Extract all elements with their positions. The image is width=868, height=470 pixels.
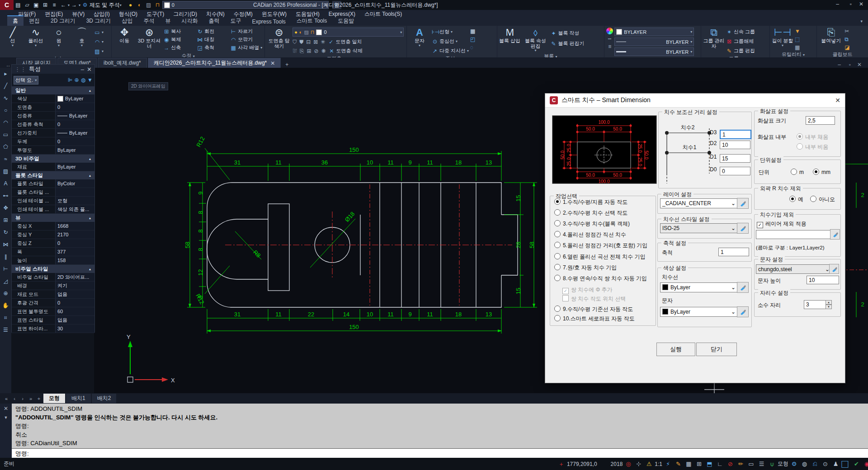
tab-add-icon[interactable]: + <box>35 396 42 401</box>
annotation-scale-value[interactable]: 2018 <box>611 461 623 467</box>
ribbon-tab-smart-tools[interactable]: 스마트 Tools <box>291 16 332 26</box>
rectangle-button[interactable]: ▭▾ <box>94 28 104 36</box>
smart-dimension-dialog[interactable]: C 스마트 치수 – Smart Dimension ✕ 100.0 <box>545 93 845 383</box>
text-button[interactable]: A문자▾ <box>409 27 430 55</box>
polar-tracking-icon[interactable]: ⊘ <box>726 460 735 468</box>
work-option-4[interactable]: 4.폴리선 정점간 직선 치수 <box>554 231 626 239</box>
work-option-10[interactable]: 10.스마트 세로좌표 자동 작도 <box>554 315 635 323</box>
hamburger-menu-icon[interactable]: ☰ <box>757 460 766 468</box>
prop-row-plottable1[interactable]: 인쇄 테이블 ...모형 <box>12 197 94 205</box>
move-tool-icon[interactable]: ✥ <box>2 204 10 212</box>
linear-dimension-button[interactable]: ⊦⊣선형▾ <box>432 28 469 36</box>
monitor-icon[interactable]: ⃞ <box>841 460 851 468</box>
ribbon-tab-home[interactable]: 홈 <box>7 15 24 26</box>
annotation-warning-icon[interactable]: ⚠ <box>644 460 654 468</box>
duplicate-button[interactable]: ◉복제 <box>163 36 196 43</box>
text-font-combo[interactable]: chungdo,steel⌄ <box>756 264 832 274</box>
filter-icon[interactable]: ▼ <box>87 77 93 83</box>
model-space-indicator[interactable]: 모형 <box>778 460 788 468</box>
table-icon[interactable]: ▦ <box>470 28 475 34</box>
quick-select-filter-icon[interactable]: ▼ <box>795 28 800 34</box>
arc-tool-icon[interactable]: ◠ <box>2 118 10 127</box>
ribbon-tab-tools[interactable]: 도구 <box>225 16 246 26</box>
snap-grid-icon[interactable]: ⊞ <box>694 460 704 468</box>
move-button[interactable]: ✥이동 <box>113 27 135 52</box>
prop-row-plotstyle[interactable]: 플롯 스타일ByColor <box>12 179 94 188</box>
doc-tab-close-icon[interactable]: ✕ <box>270 60 275 66</box>
copy-button[interactable]: ⊞복사 <box>163 28 196 35</box>
prop-row-center-y[interactable]: 중심 Y2170 <box>12 230 94 239</box>
isolate-objects-icon[interactable]: ◍ <box>800 460 809 468</box>
new-file-icon[interactable]: ▤ <box>14 1 23 9</box>
ribbon-tab-2d-draw[interactable]: 2D 그리기 <box>45 16 81 26</box>
quick-select-icon[interactable]: ⊫ <box>68 77 72 83</box>
properties-tool-icon[interactable]: ☰ <box>2 326 10 334</box>
doc-tab-current[interactable]: 캐디안2026_스마트치수_11월뉴스레터용.dwg*✕ <box>148 58 281 68</box>
tab-last-icon[interactable]: » <box>27 396 34 401</box>
d2-input[interactable]: 10 <box>720 141 750 149</box>
mirror-tool-icon[interactable]: ⋈ <box>2 240 10 249</box>
work-option-6[interactable]: 6.열린 폴리선 곡선 전체 치수 기입 <box>554 253 646 261</box>
layer-pick-brush-button[interactable] <box>737 198 749 209</box>
measure-tool-icon[interactable]: ⌗ <box>2 314 10 322</box>
section-view[interactable]: 뷰▴ <box>12 214 94 222</box>
prop-row-thickness[interactable]: 두께0 <box>12 137 94 146</box>
layer-tool-icon-4[interactable]: ⊠ <box>313 39 318 45</box>
prop-row-lineweight[interactable]: 선가중치ByLayer <box>12 129 94 137</box>
layer-match-button[interactable]: ✓도면층 일치 <box>328 38 362 46</box>
prop-row-color[interactable]: 색상ByLayer <box>12 94 94 103</box>
work-option-2[interactable]: 2.수직/수평 치수 선택 작도 <box>554 209 627 217</box>
ribbon-tab-output[interactable]: 출력 <box>203 16 225 26</box>
ribbon-tab-help[interactable]: 도움말 <box>332 16 359 26</box>
d3-input[interactable]: 1 <box>720 130 751 139</box>
layer-tool-icon-6[interactable]: ⛆ <box>292 48 297 54</box>
lineweight-combo[interactable]: BYLAYER▾ <box>614 47 694 56</box>
selection-type-combo[interactable]: 선택 요.▾ <box>14 76 38 85</box>
line-tool-icon[interactable]: ╱ <box>2 82 10 90</box>
ungroup-button[interactable]: ⊠그룹해제 <box>726 38 755 45</box>
section-plot-style[interactable]: 플롯 스타일▴ <box>12 171 94 179</box>
layer-delete-button[interactable]: ✕도면층 삭제 <box>329 47 363 55</box>
prop-row-surface-style[interactable]: 표면 스타일없음 <box>12 316 94 324</box>
centerline-button[interactable]: ⊙중심선▾ <box>432 38 469 45</box>
text-height-input[interactable]: 10 <box>807 276 839 284</box>
work-option-8[interactable]: 8.수평 연속/수직 쌍 치수 자동 기입 <box>554 275 647 282</box>
layer-exclude-checkbox[interactable]: ✓레이어 제외 적용 <box>757 220 807 228</box>
work-option-7[interactable]: 7.원/호 자동 치수 기입 <box>554 264 617 272</box>
layer-setting-combo[interactable]: _CADIAN_CENTER⌄ <box>660 198 738 208</box>
block-create-button[interactable]: ✦블록 작성 <box>551 29 585 37</box>
rectangle-tool-icon[interactable]: ▭ <box>2 131 10 139</box>
layer-tool-icon-7[interactable]: ⎘ <box>300 48 304 54</box>
grid-icon[interactable]: ▦ <box>684 460 693 468</box>
text-color-pick-button[interactable] <box>737 306 749 317</box>
work-option-1[interactable]: 1.수직/수평/지름 자동 작도 <box>554 198 627 206</box>
ortho-icon[interactable]: ∟ <box>715 460 725 468</box>
prop-row-center-x[interactable]: 중심 X1668 <box>12 222 94 230</box>
rotate-tool-icon[interactable]: ↻ <box>2 228 10 236</box>
layer-tool-icon-1[interactable]: ⛉ <box>292 39 297 45</box>
run-button[interactable]: 실행 <box>656 343 695 356</box>
cursor-coordinates[interactable]: 1779,2091,0 <box>567 461 597 467</box>
prop-row-material-mode[interactable]: 재료 모드없음 <box>12 290 94 299</box>
group-manager-button[interactable]: ⧉그룹 관리자 <box>703 27 725 55</box>
menu-window[interactable]: 윈도우(W) <box>257 10 291 18</box>
user-icon[interactable]: ♟ <box>831 460 840 468</box>
tab-first-icon[interactable]: « <box>3 396 10 401</box>
group-edit-button[interactable]: ✎그룹 편집 <box>726 47 755 55</box>
ribbon-collapse-icon[interactable]: ▾ <box>860 19 863 24</box>
hatch-tool-icon[interactable]: ▨ <box>2 167 10 175</box>
doc-close-icon[interactable]: ✕ <box>857 61 862 68</box>
d1-input[interactable]: 15 <box>720 154 750 163</box>
tab-prev-icon[interactable]: ‹ <box>11 396 18 401</box>
work-option-3[interactable]: 3.수직/수평 치수(블록 객체) <box>554 220 630 228</box>
stretch-button[interactable]: →신축 <box>163 44 196 52</box>
layer-thaw-sun-icon[interactable]: ◐ <box>135 1 144 9</box>
3d-positioner-button[interactable]: ⊛3D 포지셔너 <box>137 27 162 52</box>
prop-row-background[interactable]: 배경켜기 <box>12 282 94 290</box>
cut-scissors-icon[interactable]: ✂ <box>844 28 849 34</box>
ribbon-tab-express-tools[interactable]: Express Tools <box>246 18 291 26</box>
maximize-button[interactable]: ▫ <box>850 1 852 7</box>
prop-row-linetype[interactable]: 선종류ByLayer <box>12 112 94 120</box>
prop-row-surface-opacity[interactable]: 표면 불투명도60 <box>12 307 94 316</box>
copy-clip-icon[interactable]: ⧉ <box>844 36 849 42</box>
